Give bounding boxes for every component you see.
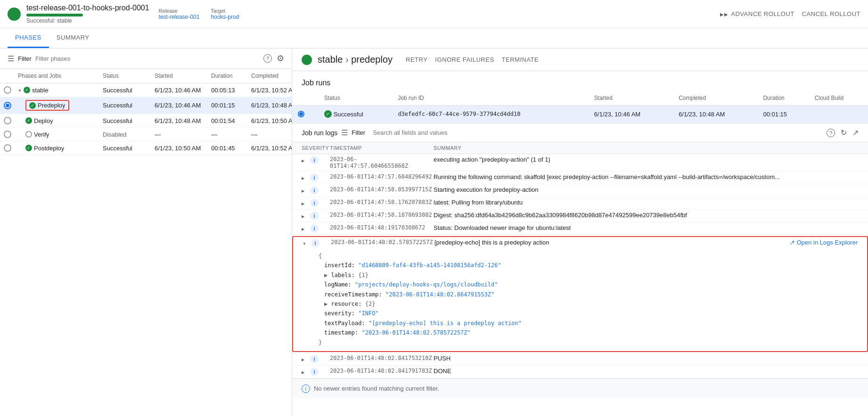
row-completed: 6/1/23, 10:52 AM	[247, 145, 292, 152]
job-run-cloud-build	[809, 106, 868, 123]
terminate-button[interactable]: TERMINATE	[502, 56, 539, 63]
expand-icon[interactable]	[18, 88, 22, 93]
tab-summary[interactable]: SUMMARY	[49, 28, 97, 48]
table-row[interactable]: Verify Disabled — — —	[0, 128, 292, 141]
log-row[interactable]: i 2023-06-01T14:48:02.841753210Z PUSH	[292, 353, 868, 366]
target-link[interactable]: hooks-prod	[211, 14, 239, 20]
log-filter-icon: ☰	[341, 128, 348, 137]
jth-started: Started	[589, 91, 673, 106]
jth-duration: Duration	[757, 91, 809, 106]
severity-badge: i	[310, 355, 319, 363]
job-status-chip: Successful	[324, 110, 387, 118]
filter-input[interactable]	[35, 55, 260, 62]
radio-job-run[interactable]	[298, 111, 304, 117]
open-logs-explorer-link[interactable]: ↗ Open in Logs Explorer	[790, 239, 858, 246]
expand-log-icon[interactable]	[303, 240, 309, 246]
log-row-highlighted[interactable]: i 2023-06-01T14:48:02.578572257Z [predep…	[292, 236, 868, 352]
retry-button[interactable]: RETRY	[406, 56, 427, 63]
log-severity: i	[302, 224, 330, 233]
log-field-receiveTimestamp: receiveTimestamp: "2023-06-01T14:48:02.8…	[319, 290, 858, 299]
log-row: i 2023-06-01T14:48:02.578572257Z [predep…	[293, 237, 867, 249]
radio-predeploy[interactable]	[4, 102, 11, 109]
radio-stable[interactable]	[4, 86, 11, 94]
expand-log-icon[interactable]	[302, 187, 308, 194]
phases-table-body: stable Successful 6/1/23, 10:46 AM 00:05…	[0, 83, 292, 416]
release-link[interactable]: test-release-001	[159, 14, 200, 20]
log-open-icon[interactable]: ↗	[852, 128, 859, 137]
log-row[interactable]: i 2023-06-01T14:48:19170308672 Status: D…	[292, 222, 868, 235]
log-row[interactable]: i 2023-06-01T14:47:58.1878693802 Digest:…	[292, 210, 868, 222]
no-newer-entries: i No newer entries found matching curren…	[292, 378, 868, 399]
expand-log-icon[interactable]	[302, 174, 308, 181]
col-phases: Phases and Jobs	[14, 73, 99, 79]
radio-deploy[interactable]	[4, 117, 11, 124]
release-name: test-release-001-to-hooks-prod-0001	[26, 4, 149, 12]
table-row[interactable]: Deploy Successful 6/1/23, 10:48 AM 00:01…	[0, 114, 292, 128]
filter-bar: ☰ Filter ? ⚙	[0, 49, 292, 69]
job-run-status: Successful	[319, 106, 393, 123]
right-panel-content: Job runs Status Job run ID Started Compl…	[292, 71, 868, 416]
job-runs-table: Status Job run ID Started Completed Dura…	[292, 91, 868, 123]
expand-log-icon[interactable]	[302, 157, 308, 164]
table-row[interactable]: Postdeploy Successful 6/1/23, 10:50 AM 0…	[0, 141, 292, 155]
table-row[interactable]: stable Successful 6/1/23, 10:46 AM 00:05…	[0, 83, 292, 97]
log-severity: i	[302, 156, 330, 164]
radio-verify[interactable]	[4, 131, 11, 138]
log-row[interactable]: i 2023-06-01T14:48:02.841791783Z DONE	[292, 366, 868, 378]
log-row[interactable]: i 2023-06-01T14:47:57.6048296492 Running…	[292, 172, 868, 184]
job-runs-title: Job runs	[292, 71, 868, 91]
log-summary: Digest: sha256:dfd64a3b4296d8c9b62aa3309…	[434, 212, 859, 219]
severity-badge: i	[310, 368, 319, 376]
log-th-severity: SEVERITY	[302, 145, 330, 151]
target-meta: Target hooks-prod	[211, 8, 239, 20]
log-field-resource: ▶ resource: {2}	[319, 299, 858, 309]
log-summary: Starting execution for predeploy-action	[434, 186, 859, 193]
log-field-textPayload: textPayload: "[predeploy-echo] this is a…	[319, 319, 858, 328]
left-panel: ☰ Filter ? ⚙ Phases and Jobs Status Star…	[0, 49, 292, 416]
ignore-failures-button[interactable]: IGNORE FAILURES	[435, 56, 494, 63]
log-row[interactable]: i 2023-06-01T14:47:58.176207883Z latest:…	[292, 197, 868, 210]
expand-log-icon[interactable]	[302, 213, 308, 219]
info-icon: i	[302, 384, 310, 393]
tab-phases[interactable]: PHASES	[8, 28, 49, 48]
log-row[interactable]: i 2023-06-01T14:47:58.053997715Z Startin…	[292, 184, 868, 197]
cancel-rollout-button[interactable]: CANCEL ROLLOUT	[802, 10, 860, 17]
log-brace-close: }	[319, 338, 858, 347]
log-timestamp: 2023-06-01T14:47:57.6048296492	[330, 173, 434, 180]
table-row[interactable]: Predeploy Successful 6/1/23, 10:46 AM 00…	[0, 97, 292, 114]
log-severity: i	[302, 199, 330, 207]
log-brace-open: {	[319, 251, 858, 261]
radio-postdeploy[interactable]	[4, 144, 11, 152]
log-bar-right: ? ↻ ↗	[827, 128, 859, 137]
log-filter-label-text: Filter	[352, 129, 365, 136]
target-label: Target	[211, 8, 239, 14]
columns-icon[interactable]: ⚙	[277, 53, 284, 64]
expand-log-icon[interactable]	[302, 368, 308, 375]
advance-arrow-icon	[720, 10, 728, 17]
log-timestamp: 2023-06-01T14:47:57.6046655868Z	[330, 156, 434, 169]
log-refresh-icon[interactable]: ↻	[841, 128, 847, 137]
row-duration: —	[207, 131, 247, 138]
log-summary: DONE	[434, 368, 859, 375]
help-icon[interactable]: ?	[263, 54, 272, 63]
advance-rollout-button[interactable]: ADVANCE ROLLOUT	[720, 10, 794, 17]
log-search-input[interactable]	[373, 129, 823, 136]
log-field-timestamp: timestamp: "2023-06-01T14:48:02.57857225…	[319, 328, 858, 337]
row-radio	[0, 117, 14, 124]
row-name: Postdeploy	[14, 145, 99, 152]
severity-badge: i	[310, 186, 319, 195]
row-started: —	[151, 131, 207, 138]
filter-icon: ☰	[8, 54, 14, 63]
row-status: Successful	[99, 117, 151, 124]
log-summary: executing action "predeploy-action" (1 o…	[434, 156, 859, 163]
expand-log-icon[interactable]	[302, 356, 308, 362]
log-row[interactable]: i 2023-06-01T14:47:57.6046655868Z execut…	[292, 154, 868, 172]
log-help-icon[interactable]: ?	[827, 129, 835, 137]
status-icon-gray	[25, 131, 32, 138]
log-field-insertId: insertId: "d1468809-faf4-43fb-a145-14108…	[319, 261, 858, 270]
expand-log-icon[interactable]	[302, 200, 308, 206]
main-layout: ☰ Filter ? ⚙ Phases and Jobs Status Star…	[0, 49, 868, 416]
expand-log-icon[interactable]	[302, 225, 308, 232]
status-icon	[24, 87, 30, 93]
job-run-row[interactable]: Successful d3efedfc-60c7-44ce-9579-37794…	[292, 106, 868, 123]
